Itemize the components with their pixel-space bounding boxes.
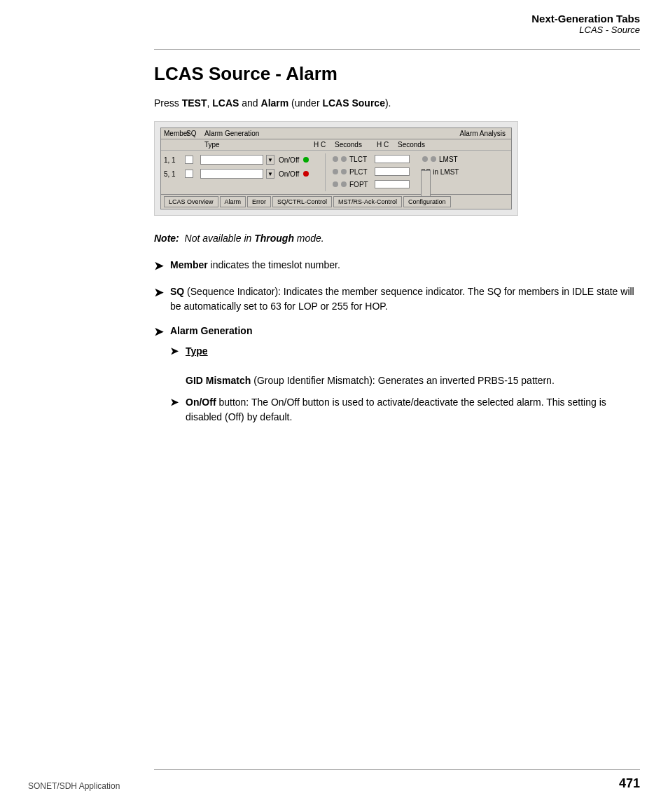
ss-sh-seconds2: Seconds [398,141,440,149]
ss-led-tlct-c [341,156,347,162]
intro-suffix: (under [288,97,322,109]
ss-left-section: 1, 1 ▼ On/Off 5, 1 [164,153,325,191]
ss-led-fopt-h [333,181,338,187]
bullet-bold-member: Member [170,259,208,270]
ss-aa-row-fopt: FOPT [331,179,508,190]
intro-source: LCAS Source [322,97,384,109]
ss-led-red-2 [303,171,309,177]
intro-test: TEST [182,97,207,109]
bullet-arrow-member: ➤ [154,258,163,275]
col-alarm-analysis: Alarm Analysis [286,130,508,137]
ss-dropdown-1[interactable]: ▼ [266,155,274,165]
page-title: LCAS Source - Alarm [154,63,640,85]
bullet-content-member: Member indicates the timeslot number. [170,258,640,273]
ss-subheader: Type H C Seconds H C Seconds [161,139,511,151]
sub-bullet-onoff-label: On/Off [186,397,216,408]
intro-end: ). [385,97,391,109]
intro-alarm: Alarm [261,97,289,109]
ss-sq-2 [185,170,200,178]
bullet-item-member: ➤ Member indicates the timeslot number. [154,258,640,275]
ss-data-section: 1, 1 ▼ On/Off 5, 1 [161,151,511,194]
intro-text: Press TEST, LCAS and Alarm (under LCAS S… [154,97,640,109]
ss-tab-alarm[interactable]: Alarm [220,196,246,207]
ss-aa-leds-tlct [331,156,347,162]
footer-line [154,769,640,770]
sub-bullet-arrow-onoff: ➤ [170,395,179,410]
sub-bullet-item-type: ➤ Type GID Mismatch (Group Identifier Mi… [170,344,640,388]
col-alarm-gen: Alarm Generation [202,130,286,137]
header: Next-Generation Tabs LCAS - Source [531,13,640,35]
ss-sq-1 [185,156,200,164]
note-label: Note: [154,233,179,244]
ss-tab-sqctrl[interactable]: SQ/CTRL-Control [272,196,332,207]
ss-type-input-1[interactable] [200,155,263,165]
ss-sh-seconds1: Seconds [335,141,377,149]
note-line: Note: Not available in Through mode. [154,233,640,244]
ss-data-row-1: 1, 1 ▼ On/Off [164,153,325,166]
ss-aa-row-plct: PLCT SQ in LMST [331,166,508,177]
sub-bullet-type-label: Type [186,345,208,357]
ss-type-input-2[interactable] [200,169,263,179]
ss-aa-label-fopt: FOPT [349,181,375,188]
ss-led-tlct-h [333,156,338,162]
ss-sh-hc2: H C [377,141,398,149]
ss-led-fopt-c [341,181,347,187]
col-member: Member [164,130,186,137]
header-divider [154,49,640,50]
ss-aa-leds-plct [331,169,347,174]
ss-aa-label-plct: PLCT [349,168,375,176]
ss-led-lmst-h [422,156,428,162]
ss-tab-config[interactable]: Configuration [403,196,451,207]
ss-led-plct-c [341,169,347,174]
ss-tab-error[interactable]: Error [247,196,271,207]
intro-sep2: and [239,97,260,109]
ss-tab-lcas-overview[interactable]: LCAS Overview [164,196,218,207]
sub-bullet-item-onoff: ➤ On/Off button: The On/Off button is us… [170,395,640,425]
bullet-bold-sq: SQ [170,286,184,297]
bullet-arrow-sq: ➤ [154,284,163,301]
ss-scrollbar[interactable] [421,170,431,198]
header-subtitle: LCAS - Source [531,25,640,35]
ss-aa-input-fopt[interactable] [375,180,410,188]
bullet-content-sq: SQ (Sequence Indicator): Indicates the m… [170,284,640,314]
sub-bullet-gid-bold: GID Mismatch [186,375,251,386]
ss-aa-right-tlct: LMST [421,156,458,163]
ss-tab-mstrs[interactable]: MST/RS-Ack-Control [333,196,402,207]
ss-aa-leds-fopt [331,181,347,187]
bullet-item-sq: ➤ SQ (Sequence Indicator): Indicates the… [154,284,640,314]
ss-onoff-2: On/Off [279,170,299,178]
ss-led-plct-h [333,169,338,174]
sub-bullet-list-alarm-gen: ➤ Type GID Mismatch (Group Identifier Mi… [170,344,640,425]
ss-type-section-2: ▼ On/Off [200,169,309,179]
ss-sh-type: Type [202,141,272,149]
ss-led-green-1 [303,157,309,163]
ss-data-row-2: 5, 1 ▼ On/Off [164,167,325,180]
note-text: Not available in Through mode. [182,233,324,244]
note-suffix: mode. [294,233,324,244]
note-through: Through [254,233,294,244]
ss-aa-input-plct[interactable] [375,167,410,176]
bullet-content-alarm-gen: Alarm Generation ➤ Type GID Mismatch (Gr… [170,324,640,432]
bullet-arrow-alarm-gen: ➤ [154,324,163,340]
sub-bullet-content-onoff: On/Off button: The On/Off button is used… [186,395,640,425]
intro-lcas: LCAS [212,97,239,109]
ss-aa-lmst-label: LMST [439,156,458,163]
ss-aa-row-tlct: TLCT LMST [331,153,508,165]
ss-onoff-1: On/Off [279,156,299,164]
ss-tabs-bar: LCAS Overview Alarm Error SQ/CTRL-Contro… [161,194,511,209]
ss-led-lmst-c [431,156,436,162]
ss-dropdown-2[interactable]: ▼ [266,169,274,179]
bullet-list: ➤ Member indicates the timeslot number. … [154,258,640,432]
header-title: Next-Generation Tabs [531,13,640,25]
bullet-bold-alarm-gen: Alarm Generation [170,325,252,336]
screenshot-box: Member SQ Alarm Generation Alarm Analysi… [154,121,518,216]
main-content: LCAS Source - Alarm Press TEST, LCAS and… [154,63,640,441]
sub-bullet-content-type: Type GID Mismatch (Group Identifier Mism… [186,344,640,388]
ss-aa-label-tlct: TLCT [349,156,375,163]
footer-app-name: SONET/SDH Application [28,781,120,791]
sub-bullet-arrow-type: ➤ [170,344,179,359]
ss-sq-cb-2[interactable] [185,170,193,178]
ss-aa-input-tlct[interactable] [375,155,410,163]
ss-sq-cb-1[interactable] [185,156,193,164]
col-sq: SQ [186,130,202,137]
